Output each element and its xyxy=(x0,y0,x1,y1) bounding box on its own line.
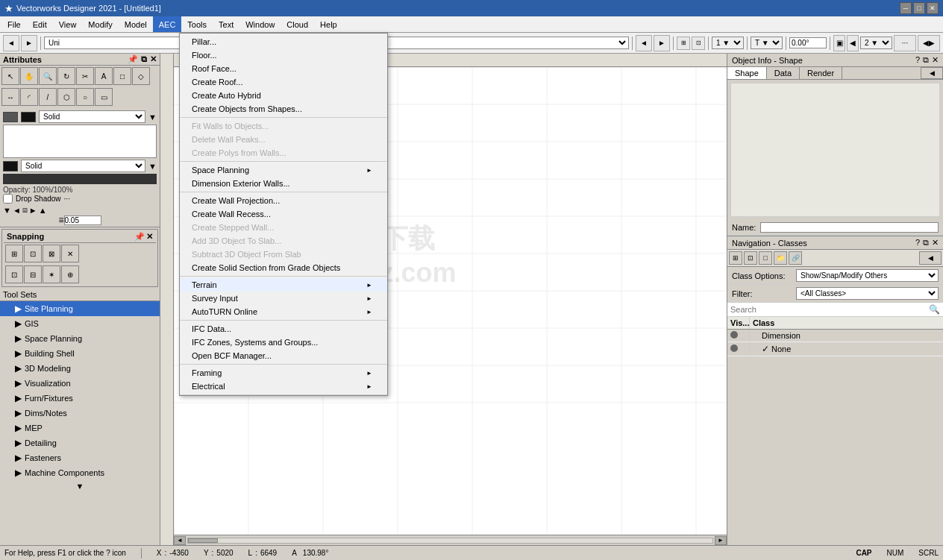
thick-up[interactable]: ▲ xyxy=(39,206,47,215)
tb-back-btn[interactable]: ◄ xyxy=(3,35,19,51)
text-select[interactable]: T ▼ xyxy=(751,37,783,49)
scroll-track[interactable] xyxy=(187,538,713,544)
nav-visualization[interactable]: ▶ Visualization xyxy=(0,376,160,391)
menu-space-planning[interactable]: Space Planning ► xyxy=(180,163,387,177)
menu-create-auto-hybrid[interactable]: Create Auto Hybrid xyxy=(180,89,387,102)
tb-render-btn[interactable]: ◀ xyxy=(847,35,859,51)
fill-inner-swatch[interactable] xyxy=(21,112,36,122)
tab-shape[interactable]: Shape xyxy=(727,67,767,79)
tool-poly[interactable]: ⬡ xyxy=(57,88,75,106)
tool-select[interactable]: ↖ xyxy=(1,67,19,85)
tb-snap-icon2[interactable]: ⊡ xyxy=(692,37,705,50)
menu-model[interactable]: Model xyxy=(119,16,153,32)
filter-dropdown[interactable]: <All Classes> xyxy=(796,287,939,300)
nav-btn5[interactable]: 🔗 xyxy=(789,251,802,265)
menu-ifc-zones[interactable]: IFC Zones, Systems and Groups... xyxy=(180,336,387,349)
nav-gis[interactable]: ▶ GIS xyxy=(0,316,160,331)
nav-btn2[interactable]: ⊡ xyxy=(744,251,757,265)
tool-2d[interactable]: □ xyxy=(113,67,131,85)
menu-open-bcf[interactable]: Open BCF Manager... xyxy=(180,349,387,362)
snap-btn6[interactable]: ⊟ xyxy=(24,265,42,283)
minimize-button[interactable]: ─ xyxy=(900,2,912,14)
nav-building-shell[interactable]: ▶ Building Shell xyxy=(0,346,160,361)
row-name-none[interactable]: ✓ None xyxy=(750,342,943,356)
tool-cut[interactable]: ✂ xyxy=(76,67,94,85)
nav-btn3[interactable]: □ xyxy=(759,251,772,265)
thick-left[interactable]: ◄ xyxy=(13,206,21,215)
menu-edit[interactable]: Edit xyxy=(27,16,53,32)
row-vis-dim[interactable] xyxy=(727,330,750,342)
maximize-button[interactable]: □ xyxy=(913,2,925,14)
nav-scroll-down[interactable]: ▼ xyxy=(0,480,160,492)
row-name-dim[interactable]: Dimension xyxy=(750,330,943,342)
tb-view-btn[interactable]: ▣ xyxy=(833,35,845,51)
menu-floor[interactable]: Floor... xyxy=(180,48,387,62)
nav-cls-pin[interactable]: ? xyxy=(915,238,920,248)
obj-info-pin[interactable]: ? xyxy=(915,55,920,65)
thickness-input[interactable] xyxy=(64,215,101,225)
tb-extra-btn1[interactable]: ··· xyxy=(894,35,916,51)
menu-modify[interactable]: Modify xyxy=(82,16,118,32)
snap-btn8[interactable]: ⊕ xyxy=(61,265,79,283)
tb-toggle-btn[interactable]: ◀▶ xyxy=(918,35,940,51)
menu-dimension-exterior[interactable]: Dimension Exterior Walls... xyxy=(180,177,387,190)
nav-cls-close[interactable]: ✕ xyxy=(932,238,939,248)
menu-window[interactable]: Window xyxy=(239,16,281,32)
nav-furn[interactable]: ▶ Furn/Fixtures xyxy=(0,391,160,406)
rotation-input[interactable] xyxy=(789,37,827,48)
menu-view[interactable]: View xyxy=(53,16,83,32)
menu-help[interactable]: Help xyxy=(314,16,343,32)
menu-autoturn[interactable]: AutoTURN Online ► xyxy=(180,305,387,318)
layer-select[interactable]: 1 ▼ xyxy=(712,37,744,49)
tab-render[interactable]: Render xyxy=(800,67,842,79)
nav-detailing[interactable]: ▶ Detailing xyxy=(0,435,160,450)
snap-btn3[interactable]: ⊠ xyxy=(43,245,60,262)
drop-shadow-checkbox[interactable] xyxy=(3,194,13,204)
nav-site-planning[interactable]: ▶ Site Planning xyxy=(0,301,160,316)
obj-info-float[interactable]: ⧉ xyxy=(923,55,929,65)
scroll-left-btn[interactable]: ◄ xyxy=(174,536,186,545)
snap-btn7[interactable]: ✶ xyxy=(43,265,60,283)
tool-zoom[interactable]: 🔍 xyxy=(39,67,57,85)
attr-pin-icon[interactable]: 📌 xyxy=(128,54,138,64)
menu-ifc-data[interactable]: IFC Data... xyxy=(180,322,387,336)
menu-solid-section[interactable]: Create Solid Section from Grade Objects xyxy=(180,261,387,274)
menu-wall-recess[interactable]: Create Wall Recess... xyxy=(180,207,387,221)
thick-down[interactable]: ▼ xyxy=(3,206,11,215)
menu-framing[interactable]: Framing ► xyxy=(180,366,387,380)
menu-electrical[interactable]: Electrical ► xyxy=(180,380,387,393)
menu-survey-input[interactable]: Survey Input ► xyxy=(180,292,387,305)
tb-nav-prev[interactable]: ◄ xyxy=(636,35,652,51)
tool-circ[interactable]: ○ xyxy=(76,88,94,106)
snap-btn1[interactable]: ⊞ xyxy=(5,245,23,262)
menu-tools[interactable]: Tools xyxy=(181,16,213,32)
obj-toggle-btn[interactable]: ◀ xyxy=(921,67,943,79)
row-vis-none[interactable] xyxy=(727,343,750,355)
nav-mep[interactable]: ▶ MEP xyxy=(0,421,160,435)
menu-pillar[interactable]: Pillar... xyxy=(180,35,387,48)
nav-btn1[interactable]: ⊞ xyxy=(729,251,742,265)
menu-aec[interactable]: AEC xyxy=(153,16,182,32)
snap-btn5[interactable]: ⊡ xyxy=(5,265,23,283)
menu-text[interactable]: Text xyxy=(213,16,239,32)
tool-pan[interactable]: ✋ xyxy=(20,67,38,85)
tool-line[interactable]: / xyxy=(39,88,57,106)
nav-dims[interactable]: ▶ Dims/Notes xyxy=(0,406,160,421)
tab-data[interactable]: Data xyxy=(767,67,800,79)
obj-info-close[interactable]: ✕ xyxy=(932,55,939,65)
class-search-input[interactable] xyxy=(730,305,929,314)
tool-dim[interactable]: ↔ xyxy=(1,88,19,106)
menu-create-roof[interactable]: Create Roof... xyxy=(180,75,387,89)
menu-terrain[interactable]: Terrain ► xyxy=(180,278,387,292)
class-options-dropdown[interactable]: Show/Snap/Modify Others xyxy=(796,269,939,282)
tool-arc[interactable]: ◜ xyxy=(20,88,38,106)
snap-close[interactable]: ✕ xyxy=(146,232,153,242)
tb-forward-btn[interactable]: ► xyxy=(21,35,37,51)
tool-text[interactable]: A xyxy=(95,67,113,85)
nav-cls-float[interactable]: ⧉ xyxy=(923,238,929,248)
menu-wall-projection[interactable]: Create Wall Projection... xyxy=(180,194,387,207)
fill-color-swatch[interactable] xyxy=(3,112,18,122)
thick-link[interactable]: ⧇ xyxy=(22,205,28,215)
nav-space-planning[interactable]: ▶ Space Planning xyxy=(0,331,160,346)
tb-snap-icon1[interactable]: ⊞ xyxy=(677,37,690,50)
